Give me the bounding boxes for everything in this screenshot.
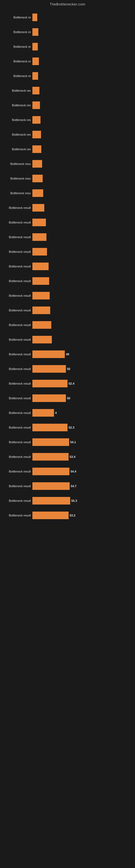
bar-label: Bottleneck result bbox=[3, 382, 32, 385]
bar-container: 53.2 bbox=[32, 512, 135, 519]
bar bbox=[32, 248, 47, 255]
bar-value: 54.1 bbox=[69, 440, 76, 444]
bar bbox=[32, 43, 38, 51]
bar-row: Bottleneck result bbox=[3, 318, 135, 332]
bar bbox=[32, 87, 39, 94]
bar bbox=[32, 116, 41, 124]
bar-container bbox=[32, 43, 135, 51]
bar-container bbox=[32, 160, 135, 167]
bar-value: 50 bbox=[66, 367, 70, 371]
bar-row: Bottleneck result54.4 bbox=[3, 464, 135, 479]
bar bbox=[32, 307, 50, 314]
bar-row: Bottleneck result49 bbox=[3, 347, 135, 362]
bar-label: Bottleneck result bbox=[3, 470, 32, 473]
bar-container bbox=[32, 307, 135, 314]
bar-container bbox=[32, 116, 135, 124]
bar-container: 52.4 bbox=[32, 380, 135, 388]
bar-row: Bottleneck result50 bbox=[3, 362, 135, 376]
bar bbox=[32, 189, 43, 197]
bar-row: Bottleneck result52.3 bbox=[3, 420, 135, 435]
bar-label: Bottleneck result bbox=[3, 338, 32, 341]
bar-value: 55.3 bbox=[70, 499, 77, 502]
bar-label: Bottleneck result bbox=[3, 236, 32, 239]
bar-label: Bottleneck result bbox=[3, 294, 32, 297]
bar-row: Bottleneck res bbox=[3, 142, 135, 156]
bar bbox=[32, 101, 40, 109]
bar-value: 54.7 bbox=[70, 485, 77, 488]
bar-label: Bottleneck res bbox=[3, 104, 32, 107]
bar-row: Bottleneck result bbox=[3, 200, 135, 215]
bar-label: Bottleneck res bbox=[3, 133, 32, 136]
bar-container bbox=[32, 145, 135, 153]
bar-label: Bottleneck result bbox=[3, 309, 32, 312]
bar-row: Bottleneck result bbox=[3, 332, 135, 347]
bar-container: 54.1 bbox=[32, 438, 135, 446]
bar-row: Bottleneck result54.7 bbox=[3, 479, 135, 493]
bar-label: Bottleneck resu bbox=[3, 191, 32, 195]
bar-value: 50 bbox=[66, 397, 70, 400]
bar-label: Bottleneck result bbox=[3, 367, 32, 371]
bar-row: Bottleneck result52.4 bbox=[3, 376, 135, 391]
bar-container bbox=[32, 72, 135, 80]
bar-value: 53.4 bbox=[69, 455, 75, 458]
site-header: TheBottlenecker.com bbox=[0, 0, 135, 7]
bar-label: Bottleneck re bbox=[3, 30, 32, 34]
bar bbox=[32, 233, 46, 241]
bar-label: Bottleneck result bbox=[3, 323, 32, 327]
bar-label: Bottleneck result bbox=[3, 514, 32, 517]
bar-container bbox=[32, 175, 135, 182]
bar-label: Bottleneck result bbox=[3, 485, 32, 488]
bar-container bbox=[32, 292, 135, 300]
bar-row: Bottleneck resu bbox=[3, 186, 135, 200]
bar bbox=[32, 131, 41, 138]
bar-label: Bottleneck re bbox=[3, 74, 32, 78]
bar-label: Bottleneck resu bbox=[3, 162, 32, 165]
bar-row: Bottleneck result bbox=[3, 230, 135, 244]
bar-label: Bottleneck result bbox=[3, 265, 32, 268]
bar-label: Bottleneck result bbox=[3, 499, 32, 502]
bar-row: Bottleneck result bbox=[3, 215, 135, 230]
bar-label: Bottleneck resu bbox=[3, 177, 32, 180]
bar-value: 4 bbox=[54, 411, 57, 414]
bar-label: Bottleneck result bbox=[3, 411, 32, 414]
bar bbox=[32, 277, 49, 285]
bar-container bbox=[32, 219, 135, 226]
bar bbox=[32, 365, 66, 373]
bar bbox=[32, 482, 70, 490]
bar-container bbox=[32, 321, 135, 329]
bar-container: 4 bbox=[32, 409, 135, 416]
bar-row: Bottleneck result53.4 bbox=[3, 450, 135, 464]
bar-row: Bottleneck resu bbox=[3, 171, 135, 186]
bar bbox=[32, 262, 49, 270]
bar bbox=[32, 350, 65, 358]
bar bbox=[32, 160, 42, 167]
bar-container bbox=[32, 87, 135, 94]
bar-label: Bottleneck result bbox=[3, 426, 32, 429]
bar-container bbox=[32, 277, 135, 285]
bar bbox=[32, 292, 50, 300]
bar-row: Bottleneck result50 bbox=[3, 391, 135, 405]
bar-value: 52.3 bbox=[68, 426, 74, 429]
bar-label: Bottleneck result bbox=[3, 250, 32, 253]
bar bbox=[32, 380, 68, 388]
bar bbox=[32, 321, 51, 329]
bar-row: Bottleneck re bbox=[3, 25, 135, 39]
bar-row: Bottleneck result53.2 bbox=[3, 508, 135, 523]
bar-value: 49 bbox=[65, 352, 69, 356]
bar-row: Bottleneck result bbox=[3, 274, 135, 288]
bar-label: Bottleneck result bbox=[3, 440, 32, 444]
bar-container bbox=[32, 248, 135, 255]
bar-container bbox=[32, 28, 135, 36]
bar bbox=[32, 424, 68, 431]
bar-row: Bottleneck re bbox=[3, 39, 135, 54]
bar-row: Bottleneck res bbox=[3, 83, 135, 98]
bar-label: Bottleneck res bbox=[3, 148, 32, 151]
bar-label: Bottleneck result bbox=[3, 397, 32, 400]
bar-row: Bottleneck result54.1 bbox=[3, 435, 135, 450]
bar-container: 53.4 bbox=[32, 453, 135, 461]
bar-container bbox=[32, 101, 135, 109]
bar-container: 54.7 bbox=[32, 482, 135, 490]
bar-value: 53.2 bbox=[69, 514, 75, 517]
bar bbox=[32, 453, 69, 461]
bar bbox=[32, 72, 38, 80]
